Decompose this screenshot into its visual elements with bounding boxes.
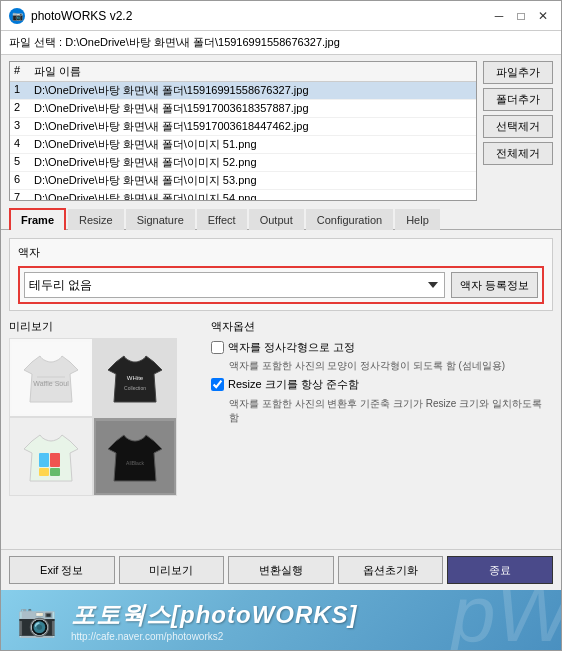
col-header-num: # (14, 64, 34, 79)
brand-icon: 📷 (17, 601, 57, 639)
brand-watermark: pW (451, 590, 561, 650)
preview-cell-3 (9, 417, 93, 496)
tab-output[interactable]: Output (249, 209, 304, 230)
options-box: 액자옵션 액자를 정사각형으로 고정 액자를 포함한 사진의 모양이 정사각형이… (211, 319, 553, 541)
convert-button[interactable]: 변환실행 (228, 556, 334, 584)
main-window: 📷 photoWORKS v2.2 ─ □ ✕ 파일 선택 : D:\OneDr… (0, 0, 562, 651)
svg-rect-10 (39, 468, 49, 476)
svg-rect-11 (50, 468, 60, 476)
file-path-bar: 파일 선택 : D:\OneDrive\바탕 화면\새 폴더\159169915… (1, 31, 561, 55)
option1-label[interactable]: 액자를 정사각형으로 고정 (228, 341, 355, 353)
tab-effect[interactable]: Effect (197, 209, 247, 230)
tab-signature[interactable]: Signature (126, 209, 195, 230)
preview-box: 미리보기 Waffle Soul (9, 319, 199, 541)
option2-item: Resize 크기를 항상 준수함 (211, 377, 553, 392)
file-row[interactable]: 3D:\OneDrive\바탕 화면\새 폴더\1591700361844746… (10, 118, 476, 136)
minimize-button[interactable]: ─ (489, 6, 509, 26)
frame-select[interactable]: 테두리 없음 (24, 272, 445, 298)
preview-options-row: 미리보기 Waffle Soul (9, 319, 553, 541)
remove-selected-button[interactable]: 선택제거 (483, 115, 553, 138)
tabs-container: FrameResizeSignatureEffectOutputConfigur… (9, 207, 442, 229)
file-list-container[interactable]: # 파일 이름 1D:\OneDrive\바탕 화면\새 폴더\15916991… (9, 61, 477, 201)
tab-configuration[interactable]: Configuration (306, 209, 393, 230)
file-row[interactable]: 6D:\OneDrive\바탕 화면\새 폴더\이미지 53.png (10, 172, 476, 190)
app-icon: 📷 (9, 8, 25, 24)
frame-reg-button[interactable]: 액자 등록정보 (451, 272, 538, 298)
option1-checkbox[interactable] (211, 341, 224, 354)
file-rows: 1D:\OneDrive\바탕 화면\새 폴더\1591699155867632… (10, 82, 476, 201)
file-row[interactable]: 5D:\OneDrive\바탕 화면\새 폴더\이미지 52.png (10, 154, 476, 172)
svg-text:WHite: WHite (127, 375, 144, 381)
file-row[interactable]: 4D:\OneDrive\바탕 화면\새 폴더\이미지 51.png (10, 136, 476, 154)
tab-resize[interactable]: Resize (68, 209, 124, 230)
tab-frame[interactable]: Frame (9, 208, 66, 230)
file-row[interactable]: 7D:\OneDrive\바탕 화면\새 폴더\이미지 54.png (10, 190, 476, 201)
file-list-header: # 파일 이름 (10, 62, 476, 82)
option2-label[interactable]: Resize 크기를 항상 준수함 (228, 378, 359, 390)
svg-rect-9 (50, 453, 60, 467)
main-content: 액자 테두리 없음 액자 등록정보 미리보기 (1, 230, 561, 549)
title-controls: ─ □ ✕ (489, 6, 553, 26)
brand-name: 포토웍스[photoWORKS] (71, 599, 358, 631)
option2-checkbox[interactable] (211, 378, 224, 391)
brand-bar: 📷 포토웍스[photoWORKS] http://cafe.naver.com… (1, 590, 561, 650)
remove-all-button[interactable]: 전체제거 (483, 142, 553, 165)
frame-section-title: 액자 (18, 245, 544, 260)
title-bar-left: 📷 photoWORKS v2.2 (9, 8, 132, 24)
window-title: photoWORKS v2.2 (31, 9, 132, 23)
preview-button[interactable]: 미리보기 (119, 556, 225, 584)
reset-button[interactable]: 옵션초기화 (338, 556, 444, 584)
preview-cell-2: WHite Collection (93, 338, 177, 417)
title-bar: 📷 photoWORKS v2.2 ─ □ ✕ (1, 1, 561, 31)
maximize-button[interactable]: □ (511, 6, 531, 26)
preview-cell-1: Waffle Soul (9, 338, 93, 417)
close-button[interactable]: ✕ (533, 6, 553, 26)
add-file-button[interactable]: 파일추가 (483, 61, 553, 84)
file-buttons: 파일추가 폴더추가 선택제거 전체제거 (483, 61, 553, 201)
option1-item: 액자를 정사각형으로 고정 (211, 340, 553, 355)
exif-button[interactable]: Exif 정보 (9, 556, 115, 584)
option2-sub: 액자를 포함한 사진의 변환후 기준축 크기가 Resize 크기와 일치하도록… (229, 397, 553, 425)
col-header-name: 파일 이름 (34, 64, 472, 79)
frame-row: 테두리 없음 액자 등록정보 (18, 266, 544, 304)
svg-rect-8 (39, 453, 49, 467)
file-row[interactable]: 1D:\OneDrive\바탕 화면\새 폴더\1591699155867632… (10, 82, 476, 100)
preview-label: 미리보기 (9, 319, 53, 334)
add-folder-button[interactable]: 폴더추가 (483, 88, 553, 111)
tabs-bar: FrameResizeSignatureEffectOutputConfigur… (1, 207, 561, 230)
file-row[interactable]: 2D:\OneDrive\바탕 화면\새 폴더\1591700361835788… (10, 100, 476, 118)
bottom-bar: Exif 정보 미리보기 변환실행 옵션초기화 종료 (1, 549, 561, 590)
svg-text:Collection: Collection (124, 385, 146, 391)
frame-section: 액자 테두리 없음 액자 등록정보 (9, 238, 553, 311)
options-title: 액자옵션 (211, 319, 553, 334)
file-list-area: # 파일 이름 1D:\OneDrive\바탕 화면\새 폴더\15916991… (1, 55, 561, 207)
exit-button[interactable]: 종료 (447, 556, 553, 584)
preview-image: Waffle Soul WHite Collection (9, 338, 177, 496)
option1-sub: 액자를 포함한 사진의 모양이 정사각형이 되도록 함 (섬네일용) (229, 359, 553, 373)
file-path-text: 파일 선택 : D:\OneDrive\바탕 화면\새 폴더\159169915… (9, 36, 340, 48)
tab-help[interactable]: Help (395, 209, 440, 230)
brand-text: 포토웍스[photoWORKS] http://cafe.naver.com/p… (71, 599, 358, 642)
svg-text:Waffle Soul: Waffle Soul (33, 380, 69, 387)
preview-cell-4: AllBlack (93, 417, 177, 496)
svg-text:AllBlack: AllBlack (126, 460, 144, 466)
brand-url: http://cafe.naver.com/photoworks2 (71, 631, 358, 642)
